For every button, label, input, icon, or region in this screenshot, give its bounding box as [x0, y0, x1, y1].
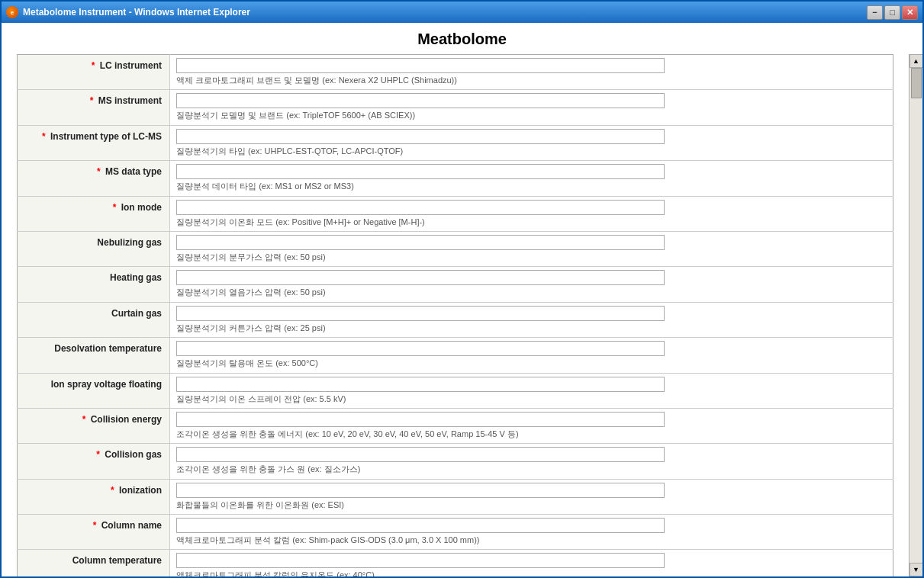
label-text-heating-gas: Heating gas	[110, 272, 162, 283]
input-collision-energy[interactable]	[176, 412, 665, 427]
outer-wrapper: * LC instrument액제 크로마토그래피 브랜드 및 모델명 (ex:…	[2, 54, 922, 576]
scrollbar[interactable]: ▲ ▼	[909, 54, 922, 576]
main-window: e Metabolome Instrument - Windows Intern…	[0, 0, 924, 578]
required-indicator-ionization: *	[111, 485, 117, 496]
input-cell-curtain-gas: 질량분석기의 커튼가스 압력 (ex: 25 psi)	[170, 302, 893, 337]
required-indicator-lc-instrument: *	[92, 60, 98, 71]
window-controls: − □ ✕	[867, 5, 918, 20]
label-ms-data-type: * MS data type	[18, 161, 170, 196]
required-indicator-collision-gas: *	[96, 449, 102, 460]
hint-collision-gas: 조각이온 생성을 위한 충돌 가스 원 (ex: 질소가스)	[176, 464, 887, 475]
label-column-temperature: Column temperature	[18, 550, 170, 576]
browser-icon: e	[6, 6, 18, 18]
hint-lc-instrument: 액제 크로마토그래피 브랜드 및 모델명 (ex: Nexera X2 UHPL…	[176, 75, 887, 86]
input-nebulizing-gas[interactable]	[176, 235, 665, 250]
label-desolvation-temperature: Desolvation temperature	[18, 338, 170, 373]
input-cell-heating-gas: 질량분석기의 열음가스 압력 (ex: 50 psi)	[170, 267, 893, 302]
hint-column-temperature: 액체크로마토그래피 분석 칼럼의 유지온도 (ex: 40°C)	[176, 570, 887, 576]
label-curtain-gas: Curtain gas	[18, 302, 170, 337]
hint-desolvation-temperature: 질량분석기의 탈용매 온도 (ex: 500°C)	[176, 358, 887, 369]
input-ionization[interactable]	[176, 483, 665, 498]
form-row-ms-instrument: * MS instrument질량분석기 모델명 및 브랜드 (ex: Trip…	[18, 90, 893, 125]
label-text-ms-data-type: MS data type	[105, 166, 162, 177]
form-row-collision-gas: * Collision gas조각이온 생성을 위한 충돌 가스 원 (ex: …	[18, 444, 893, 479]
required-indicator-collision-energy: *	[82, 414, 89, 425]
label-collision-energy: * Collision energy	[18, 408, 170, 443]
label-text-instrument-type: Instrument type of LC-MS	[50, 131, 162, 142]
minimize-button[interactable]: −	[867, 5, 883, 20]
label-text-ionization: Ionization	[119, 485, 162, 496]
form-row-ms-data-type: * MS data type질량분석 데이터 타입 (ex: MS1 or MS…	[18, 161, 893, 196]
input-cell-ionization: 화합물들의 이온화를 위한 이온화원 (ex: ESI)	[170, 479, 893, 514]
label-text-ion-spray-voltage: Ion spray voltage floating	[51, 379, 162, 390]
input-curtain-gas[interactable]	[176, 306, 665, 321]
label-nebulizing-gas: Nebulizing gas	[18, 231, 170, 266]
input-column-name[interactable]	[176, 518, 665, 533]
hint-ion-mode: 질량분석기의 이온화 모드 (ex: Positive [M+H]+ or Ne…	[176, 217, 887, 228]
input-cell-ion-mode: 질량분석기의 이온화 모드 (ex: Positive [M+H]+ or Ne…	[170, 196, 893, 231]
label-text-ion-mode: Ion mode	[121, 202, 162, 213]
input-cell-column-name: 액체크로마토그래피 분석 칼럼 (ex: Shim-pack GIS-ODS (…	[170, 515, 893, 550]
title-bar: e Metabolome Instrument - Windows Intern…	[2, 2, 922, 23]
form-row-instrument-type: * Instrument type of LC-MS질량분석기의 타입 (ex:…	[18, 125, 893, 160]
label-collision-gas: * Collision gas	[18, 444, 170, 479]
label-lc-instrument: * LC instrument	[18, 55, 170, 90]
form-row-column-name: * Column name액체크로마토그래피 분석 칼럼 (ex: Shim-p…	[18, 515, 893, 550]
hint-heating-gas: 질량분석기의 열음가스 압력 (ex: 50 psi)	[176, 287, 887, 298]
required-indicator-ion-mode: *	[113, 202, 119, 213]
input-lc-instrument[interactable]	[176, 58, 665, 73]
scroll-track[interactable]	[910, 68, 922, 563]
input-cell-ion-spray-voltage: 질량분석기의 이온 스프레이 전압 (ex: 5.5 kV)	[170, 373, 893, 408]
label-column-name: * Column name	[18, 515, 170, 550]
form-table: * LC instrument액제 크로마토그래피 브랜드 및 모델명 (ex:…	[17, 54, 893, 576]
label-text-column-temperature: Column temperature	[72, 555, 162, 566]
form-row-desolvation-temperature: Desolvation temperature질량분석기의 탈용매 온도 (ex…	[18, 338, 893, 373]
input-ms-data-type[interactable]	[176, 164, 665, 179]
required-indicator-column-name: *	[93, 520, 99, 531]
form-row-ionization: * Ionization화합물들의 이온화를 위한 이온화원 (ex: ESI)	[18, 479, 893, 514]
form-row-lc-instrument: * LC instrument액제 크로마토그래피 브랜드 및 모델명 (ex:…	[18, 55, 893, 90]
input-heating-gas[interactable]	[176, 270, 665, 285]
form-row-curtain-gas: Curtain gas질량분석기의 커튼가스 압력 (ex: 25 psi)	[18, 302, 893, 337]
input-instrument-type[interactable]	[176, 129, 665, 144]
label-ion-mode: * Ion mode	[18, 196, 170, 231]
input-ion-mode[interactable]	[176, 200, 665, 215]
input-ion-spray-voltage[interactable]	[176, 377, 665, 392]
input-cell-desolvation-temperature: 질량분석기의 탈용매 온도 (ex: 500°C)	[170, 338, 893, 373]
label-text-collision-gas: Collision gas	[105, 449, 162, 460]
hint-ion-spray-voltage: 질량분석기의 이온 스프레이 전압 (ex: 5.5 kV)	[176, 393, 887, 405]
hint-column-name: 액체크로마토그래피 분석 칼럼 (ex: Shim-pack GIS-ODS (…	[176, 535, 887, 546]
input-desolvation-temperature[interactable]	[176, 341, 665, 356]
label-text-desolvation-temperature: Desolvation temperature	[54, 343, 162, 354]
scroll-down-button[interactable]: ▼	[910, 563, 923, 576]
scroll-thumb[interactable]	[911, 68, 922, 98]
input-cell-ms-data-type: 질량분석 데이터 타입 (ex: MS1 or MS2 or MS3)	[170, 161, 893, 196]
input-cell-collision-energy: 조각이온 생성을 위한 충돌 에너지 (ex: 10 eV, 20 eV, 30…	[170, 408, 893, 443]
scroll-up-button[interactable]: ▲	[910, 54, 923, 68]
form-row-ion-mode: * Ion mode질량분석기의 이온화 모드 (ex: Positive [M…	[18, 196, 893, 231]
required-indicator-instrument-type: *	[42, 131, 48, 142]
input-column-temperature[interactable]	[176, 553, 665, 568]
hint-instrument-type: 질량분석기의 타입 (ex: UHPLC-EST-QTOF, LC-APCI-Q…	[176, 146, 887, 157]
page-title: Meatbolome	[2, 23, 922, 54]
input-collision-gas[interactable]	[176, 447, 665, 462]
form-container: * LC instrument액제 크로마토그래피 브랜드 및 모델명 (ex:…	[2, 54, 909, 576]
label-text-nebulizing-gas: Nebulizing gas	[97, 237, 162, 248]
input-ms-instrument[interactable]	[176, 93, 665, 108]
close-button[interactable]: ✕	[902, 5, 918, 20]
content-area: Meatbolome * LC instrument액제 크로마토그래피 브랜드…	[2, 23, 922, 576]
label-instrument-type: * Instrument type of LC-MS	[18, 125, 170, 160]
required-indicator-ms-instrument: *	[90, 95, 96, 106]
label-text-lc-instrument: LC instrument	[100, 60, 162, 71]
label-text-curtain-gas: Curtain gas	[111, 308, 162, 319]
input-cell-ms-instrument: 질량분석기 모델명 및 브랜드 (ex: TripleTOF 5600+ (AB…	[170, 90, 893, 125]
form-row-nebulizing-gas: Nebulizing gas질량분석기의 분무가스 압력 (ex: 50 psi…	[18, 231, 893, 266]
label-ms-instrument: * MS instrument	[18, 90, 170, 125]
restore-button[interactable]: □	[884, 5, 900, 20]
label-text-ms-instrument: MS instrument	[98, 95, 162, 106]
form-row-ion-spray-voltage: Ion spray voltage floating질량분석기의 이온 스프레이…	[18, 373, 893, 408]
label-text-column-name: Column name	[101, 520, 162, 531]
input-cell-lc-instrument: 액제 크로마토그래피 브랜드 및 모델명 (ex: Nexera X2 UHPL…	[170, 55, 893, 90]
input-cell-column-temperature: 액체크로마토그래피 분석 칼럼의 유지온도 (ex: 40°C)	[170, 550, 893, 576]
hint-nebulizing-gas: 질량분석기의 분무가스 압력 (ex: 50 psi)	[176, 252, 887, 263]
